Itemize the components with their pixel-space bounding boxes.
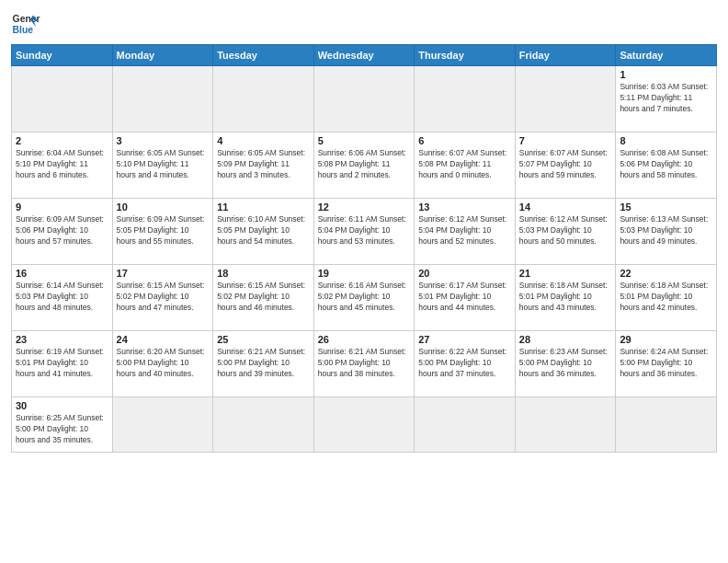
day-number: 2	[16, 135, 108, 146]
day-info: Sunrise: 6:16 AM Sunset: 5:02 PM Dayligh…	[318, 281, 411, 314]
calendar-day-cell: 15Sunrise: 6:13 AM Sunset: 5:03 PM Dayli…	[616, 199, 717, 265]
day-number: 11	[217, 201, 310, 213]
day-info: Sunrise: 6:03 AM Sunset: 5:11 PM Dayligh…	[620, 82, 712, 115]
calendar-day-cell: 6Sunrise: 6:07 AM Sunset: 5:08 PM Daylig…	[415, 132, 516, 199]
calendar-day-cell: 21Sunrise: 6:18 AM Sunset: 5:01 PM Dayli…	[515, 265, 616, 331]
day-number: 5	[318, 135, 411, 146]
day-number: 19	[318, 268, 411, 279]
day-info: Sunrise: 6:05 AM Sunset: 5:09 PM Dayligh…	[217, 148, 310, 181]
day-info: Sunrise: 6:07 AM Sunset: 5:08 PM Dayligh…	[418, 148, 511, 181]
weekday-header-monday: Monday	[112, 45, 213, 66]
day-number: 28	[519, 334, 612, 345]
day-info: Sunrise: 6:15 AM Sunset: 5:02 PM Dayligh…	[217, 281, 310, 314]
calendar-week-row: 30Sunrise: 6:25 AM Sunset: 5:00 PM Dayli…	[12, 397, 717, 453]
day-number: 22	[620, 268, 712, 279]
calendar-day-cell	[213, 66, 314, 132]
calendar-day-cell	[112, 66, 213, 132]
day-number: 4	[217, 135, 310, 146]
calendar-day-cell	[112, 397, 213, 453]
calendar-day-cell: 28Sunrise: 6:23 AM Sunset: 5:00 PM Dayli…	[515, 331, 616, 397]
calendar-day-cell: 9Sunrise: 6:09 AM Sunset: 5:06 PM Daylig…	[12, 199, 113, 265]
day-number: 29	[620, 334, 712, 345]
calendar-day-cell: 26Sunrise: 6:21 AM Sunset: 5:00 PM Dayli…	[313, 331, 415, 397]
day-number: 23	[16, 334, 108, 345]
day-info: Sunrise: 6:20 AM Sunset: 5:00 PM Dayligh…	[117, 347, 210, 380]
day-info: Sunrise: 6:07 AM Sunset: 5:07 PM Dayligh…	[519, 148, 612, 181]
day-info: Sunrise: 6:15 AM Sunset: 5:02 PM Dayligh…	[117, 281, 210, 314]
day-number: 13	[418, 201, 511, 213]
weekday-header-sunday: Sunday	[12, 45, 113, 66]
calendar-table: SundayMondayTuesdayWednesdayThursdayFrid…	[11, 44, 717, 453]
day-info: Sunrise: 6:19 AM Sunset: 5:01 PM Dayligh…	[16, 347, 108, 380]
day-number: 12	[318, 201, 411, 213]
weekday-header-wednesday: Wednesday	[313, 45, 415, 66]
calendar-day-cell: 14Sunrise: 6:12 AM Sunset: 5:03 PM Dayli…	[515, 199, 616, 265]
calendar-day-cell: 30Sunrise: 6:25 AM Sunset: 5:00 PM Dayli…	[12, 397, 113, 453]
calendar-week-row: 9Sunrise: 6:09 AM Sunset: 5:06 PM Daylig…	[12, 199, 717, 265]
calendar-day-cell: 29Sunrise: 6:24 AM Sunset: 5:00 PM Dayli…	[616, 331, 717, 397]
day-number: 24	[117, 334, 210, 345]
calendar-day-cell: 19Sunrise: 6:16 AM Sunset: 5:02 PM Dayli…	[313, 265, 415, 331]
day-number: 10	[117, 201, 210, 213]
day-number: 18	[217, 268, 310, 279]
day-info: Sunrise: 6:05 AM Sunset: 5:10 PM Dayligh…	[117, 148, 210, 181]
calendar-day-cell: 12Sunrise: 6:11 AM Sunset: 5:04 PM Dayli…	[313, 199, 415, 265]
calendar-day-cell: 17Sunrise: 6:15 AM Sunset: 5:02 PM Dayli…	[112, 265, 213, 331]
svg-text:Blue: Blue	[13, 25, 34, 35]
calendar-day-cell	[415, 66, 516, 132]
calendar-day-cell: 1Sunrise: 6:03 AM Sunset: 5:11 PM Daylig…	[616, 66, 717, 132]
calendar-week-row: 2Sunrise: 6:04 AM Sunset: 5:10 PM Daylig…	[12, 132, 717, 199]
calendar-day-cell: 8Sunrise: 6:08 AM Sunset: 5:06 PM Daylig…	[616, 132, 717, 199]
calendar-day-cell: 25Sunrise: 6:21 AM Sunset: 5:00 PM Dayli…	[213, 331, 314, 397]
calendar-week-row: 16Sunrise: 6:14 AM Sunset: 5:03 PM Dayli…	[12, 265, 717, 331]
day-number: 20	[418, 268, 511, 279]
day-number: 30	[16, 400, 108, 411]
calendar-day-cell	[515, 397, 616, 453]
day-info: Sunrise: 6:13 AM Sunset: 5:03 PM Dayligh…	[620, 214, 712, 247]
calendar-week-row: 23Sunrise: 6:19 AM Sunset: 5:01 PM Dayli…	[12, 331, 717, 397]
day-info: Sunrise: 6:18 AM Sunset: 5:01 PM Dayligh…	[519, 281, 612, 314]
weekday-header-saturday: Saturday	[616, 45, 717, 66]
day-info: Sunrise: 6:21 AM Sunset: 5:00 PM Dayligh…	[318, 347, 411, 380]
day-info: Sunrise: 6:11 AM Sunset: 5:04 PM Dayligh…	[318, 214, 411, 247]
calendar-day-cell: 13Sunrise: 6:12 AM Sunset: 5:04 PM Dayli…	[415, 199, 516, 265]
day-info: Sunrise: 6:10 AM Sunset: 5:05 PM Dayligh…	[217, 214, 310, 247]
day-number: 9	[16, 201, 108, 213]
day-number: 7	[519, 135, 612, 146]
calendar-day-cell	[515, 66, 616, 132]
day-info: Sunrise: 6:24 AM Sunset: 5:00 PM Dayligh…	[620, 347, 712, 380]
day-number: 27	[418, 334, 511, 345]
weekday-header-tuesday: Tuesday	[213, 45, 314, 66]
day-info: Sunrise: 6:22 AM Sunset: 5:00 PM Dayligh…	[418, 347, 511, 380]
calendar-day-cell: 2Sunrise: 6:04 AM Sunset: 5:10 PM Daylig…	[12, 132, 113, 199]
calendar-day-cell: 10Sunrise: 6:09 AM Sunset: 5:05 PM Dayli…	[112, 199, 213, 265]
calendar-day-cell	[616, 397, 717, 453]
day-info: Sunrise: 6:23 AM Sunset: 5:00 PM Dayligh…	[519, 347, 612, 380]
day-info: Sunrise: 6:21 AM Sunset: 5:00 PM Dayligh…	[217, 347, 310, 380]
calendar-day-cell: 3Sunrise: 6:05 AM Sunset: 5:10 PM Daylig…	[112, 132, 213, 199]
calendar-day-cell	[213, 397, 314, 453]
day-info: Sunrise: 6:12 AM Sunset: 5:04 PM Dayligh…	[418, 214, 511, 247]
day-number: 16	[16, 268, 108, 279]
day-info: Sunrise: 6:17 AM Sunset: 5:01 PM Dayligh…	[418, 281, 511, 314]
calendar-day-cell: 4Sunrise: 6:05 AM Sunset: 5:09 PM Daylig…	[213, 132, 314, 199]
day-number: 17	[117, 268, 210, 279]
calendar-day-cell	[313, 66, 415, 132]
day-info: Sunrise: 6:18 AM Sunset: 5:01 PM Dayligh…	[620, 281, 712, 314]
day-number: 21	[519, 268, 612, 279]
calendar-day-cell: 20Sunrise: 6:17 AM Sunset: 5:01 PM Dayli…	[415, 265, 516, 331]
logo: General Blue	[11, 9, 40, 39]
day-number: 1	[620, 69, 712, 80]
day-info: Sunrise: 6:14 AM Sunset: 5:03 PM Dayligh…	[16, 281, 108, 314]
calendar-day-cell: 24Sunrise: 6:20 AM Sunset: 5:00 PM Dayli…	[112, 331, 213, 397]
calendar-header-row: SundayMondayTuesdayWednesdayThursdayFrid…	[12, 45, 717, 66]
calendar-day-cell: 11Sunrise: 6:10 AM Sunset: 5:05 PM Dayli…	[213, 199, 314, 265]
calendar-day-cell: 16Sunrise: 6:14 AM Sunset: 5:03 PM Dayli…	[12, 265, 113, 331]
calendar-day-cell	[313, 397, 415, 453]
generalblue-logo-icon: General Blue	[11, 9, 40, 39]
calendar-day-cell	[415, 397, 516, 453]
calendar-day-cell: 18Sunrise: 6:15 AM Sunset: 5:02 PM Dayli…	[213, 265, 314, 331]
day-number: 8	[620, 135, 712, 146]
day-info: Sunrise: 6:09 AM Sunset: 5:06 PM Dayligh…	[16, 214, 108, 247]
day-number: 26	[318, 334, 411, 345]
